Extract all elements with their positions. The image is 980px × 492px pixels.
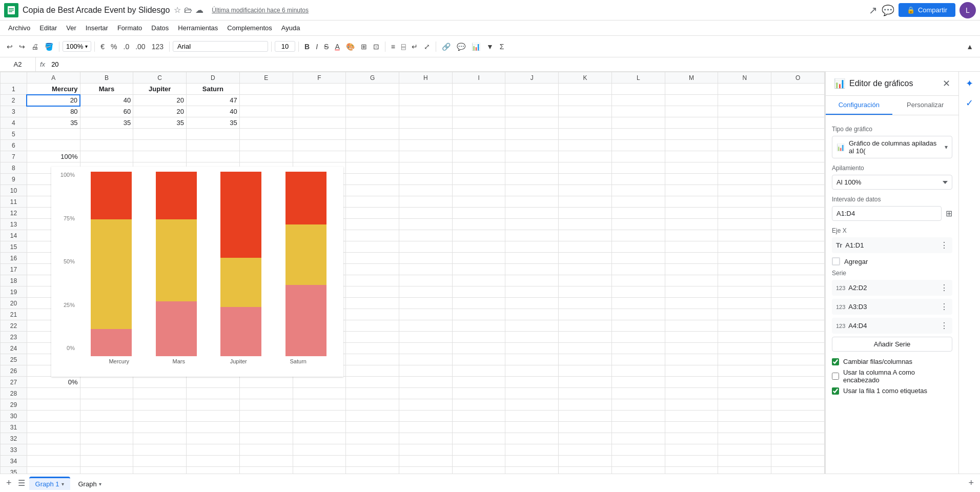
cell-r3c7[interactable] (399, 106, 453, 117)
cell-r26c7[interactable] (399, 365, 453, 377)
cell-r3c13[interactable] (718, 106, 771, 117)
cell-r31c6[interactable] (346, 422, 399, 433)
cell-r24c12[interactable] (665, 343, 718, 354)
cell-r29c7[interactable] (399, 399, 453, 411)
cell-r6c5[interactable] (293, 140, 346, 151)
cell-r2c5[interactable] (293, 95, 346, 106)
cell-r35c14[interactable] (771, 467, 825, 474)
cell-r1c1[interactable]: Mars (80, 84, 133, 95)
chart-container[interactable]: 100% 75% 50% 25% 0% MercuryMarsJupiterSa… (51, 167, 343, 377)
cell-r17c13[interactable] (718, 264, 771, 275)
cell-r24c11[interactable] (611, 343, 665, 354)
cell-r11c8[interactable] (452, 196, 505, 208)
cell-r28c10[interactable] (559, 388, 612, 399)
data-range-input[interactable] (832, 206, 942, 221)
cell-r13c10[interactable] (559, 219, 612, 230)
cell-r25c9[interactable] (505, 354, 559, 365)
cell-r1c0[interactable]: Mercury (27, 84, 80, 95)
eje-x-more-button[interactable]: ⋮ (940, 240, 948, 250)
cell-r20c6[interactable] (346, 298, 399, 309)
cell-r31c11[interactable] (611, 422, 665, 433)
cell-r31c12[interactable] (665, 422, 718, 433)
cell-r5c5[interactable] (293, 129, 346, 140)
serie-more-3[interactable]: ⋮ (940, 321, 948, 331)
cell-r20c11[interactable] (611, 298, 665, 309)
cell-r27c13[interactable] (718, 377, 771, 388)
cell-r10c11[interactable] (611, 185, 665, 196)
cell-r32c6[interactable] (346, 433, 399, 444)
menu-ayuda[interactable]: Ayuda (277, 22, 304, 34)
cell-r4c1[interactable]: 35 (80, 117, 133, 129)
cell-r9c9[interactable] (505, 174, 559, 185)
cell-r29c3[interactable] (187, 399, 240, 411)
cell-r34c8[interactable] (452, 456, 505, 467)
cell-r19c12[interactable] (665, 286, 718, 298)
cell-r32c3[interactable] (187, 433, 240, 444)
cell-r32c11[interactable] (611, 433, 665, 444)
panel-close-button[interactable]: ✕ (943, 78, 950, 89)
cell-r28c1[interactable] (80, 388, 133, 399)
cell-r12c7[interactable] (399, 208, 453, 219)
cell-r29c10[interactable] (559, 399, 612, 411)
cell-r15c11[interactable] (611, 241, 665, 253)
cell-r6c3[interactable] (187, 140, 240, 151)
cell-r7c4[interactable] (239, 151, 293, 162)
cell-r28c2[interactable] (133, 388, 187, 399)
cell-r32c10[interactable] (559, 433, 612, 444)
cell-r33c11[interactable] (611, 444, 665, 456)
comment-button[interactable]: 💬 (454, 40, 468, 53)
cell-r20c13[interactable] (718, 298, 771, 309)
fill-color-button[interactable]: 🎨 (343, 40, 357, 53)
cell-r22c9[interactable] (505, 320, 559, 332)
cell-r8c10[interactable] (559, 162, 612, 174)
stacking-select[interactable]: Al 100% (832, 175, 952, 190)
cell-r33c8[interactable] (452, 444, 505, 456)
share-button[interactable]: 🔒 Compartir (899, 3, 955, 17)
cell-r4c7[interactable] (399, 117, 453, 129)
cell-r1c9[interactable] (505, 84, 559, 95)
cell-r24c7[interactable] (399, 343, 453, 354)
cell-r19c11[interactable] (611, 286, 665, 298)
print-button[interactable]: 🖨 (29, 40, 41, 53)
cell-r18c13[interactable] (718, 275, 771, 286)
cell-r18c10[interactable] (559, 275, 612, 286)
cell-r18c12[interactable] (665, 275, 718, 286)
cell-r28c11[interactable] (611, 388, 665, 399)
cell-r25c13[interactable] (718, 354, 771, 365)
cell-r10c6[interactable] (346, 185, 399, 196)
cell-r33c9[interactable] (505, 444, 559, 456)
cell-r23c9[interactable] (505, 332, 559, 343)
cell-r33c1[interactable] (80, 444, 133, 456)
cell-r3c9[interactable] (505, 106, 559, 117)
menu-formato[interactable]: Formato (113, 22, 146, 34)
col-header-k[interactable]: K (559, 72, 612, 84)
cell-r5c0[interactable] (27, 129, 80, 140)
cell-r23c14[interactable] (771, 332, 825, 343)
cell-r31c2[interactable] (133, 422, 187, 433)
cell-r32c2[interactable] (133, 433, 187, 444)
cell-r12c13[interactable] (718, 208, 771, 219)
cell-r35c3[interactable] (187, 467, 240, 474)
cell-r10c10[interactable] (559, 185, 612, 196)
cell-r4c10[interactable] (559, 117, 612, 129)
col-header-m[interactable]: M (665, 72, 718, 84)
cell-r34c5[interactable] (293, 456, 346, 467)
cell-r25c11[interactable] (611, 354, 665, 365)
serie-more-2[interactable]: ⋮ (940, 302, 948, 312)
cell-r31c8[interactable] (452, 422, 505, 433)
cell-r1c7[interactable] (399, 84, 453, 95)
cell-r13c8[interactable] (452, 219, 505, 230)
cell-r17c10[interactable] (559, 264, 612, 275)
cell-r30c2[interactable] (133, 411, 187, 422)
cell-r18c6[interactable] (346, 275, 399, 286)
cell-r16c13[interactable] (718, 253, 771, 264)
menu-editar[interactable]: Editar (35, 22, 61, 34)
cell-r3c8[interactable] (452, 106, 505, 117)
cell-r30c5[interactable] (293, 411, 346, 422)
text-wrap-button[interactable]: ↵ (409, 40, 420, 53)
cell-r16c14[interactable] (771, 253, 825, 264)
cell-r35c7[interactable] (399, 467, 453, 474)
cell-r27c10[interactable] (559, 377, 612, 388)
cell-r32c8[interactable] (452, 433, 505, 444)
rotate-button[interactable]: ⤢ (421, 40, 433, 53)
